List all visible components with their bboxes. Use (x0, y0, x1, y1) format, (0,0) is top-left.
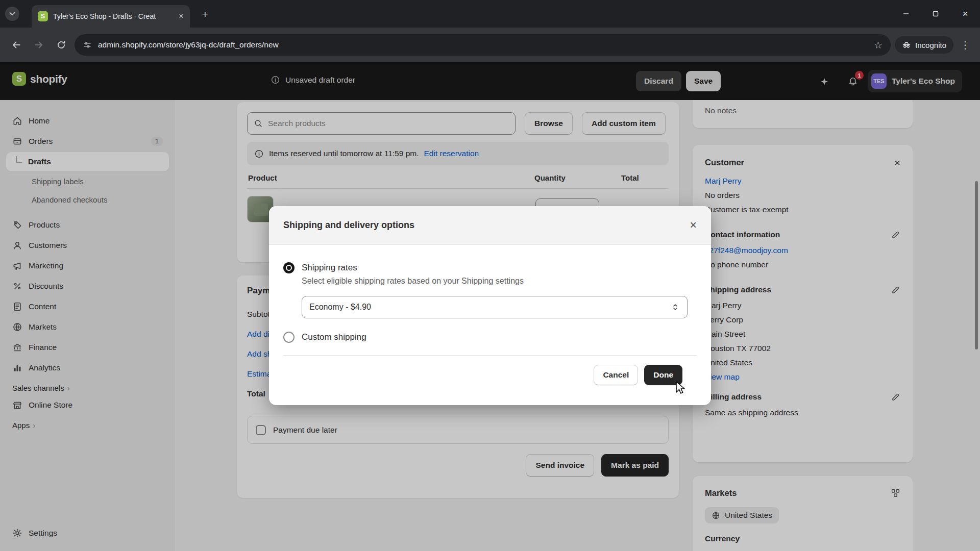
modal-title: Shipping and delivery options (283, 220, 414, 231)
screen: S Tyler's Eco Shop - Drafts · Creat × + … (0, 0, 980, 551)
forward-icon (34, 40, 44, 50)
shipping-rates-radio[interactable] (283, 262, 295, 273)
new-tab-button[interactable]: + (198, 7, 212, 21)
back-button[interactable] (7, 36, 26, 54)
forward-button[interactable] (30, 36, 48, 54)
browser-tabstrip: S Tyler's Eco Shop - Drafts · Creat × + … (0, 0, 980, 28)
tab-title: Tyler's Eco Shop - Drafts · Creat (53, 12, 174, 20)
cancel-button[interactable]: Cancel (594, 365, 638, 385)
reload-button[interactable] (52, 36, 70, 54)
browser-menu-button[interactable]: ⋮ (958, 39, 973, 51)
chevron-down-icon (7, 9, 17, 19)
url-text: admin.shopify.com/store/jy63jq-dc/draft_… (98, 40, 868, 49)
mouse-cursor (675, 381, 688, 396)
back-icon (11, 40, 21, 50)
shipping-rates-description: Select eligible shipping rates based on … (302, 277, 697, 286)
shipping-rate-value: Economy - $4.90 (309, 303, 371, 312)
incognito-icon (902, 40, 911, 49)
window-controls: × (891, 0, 980, 28)
shipping-rate-select[interactable]: Economy - $4.90 (302, 296, 688, 318)
tab-close-icon[interactable]: × (179, 11, 184, 21)
browser-tab[interactable]: S Tyler's Eco Shop - Drafts · Creat × (32, 5, 190, 28)
modal-close-icon[interactable]: × (690, 219, 697, 231)
omnibox[interactable]: admin.shopify.com/store/jy63jq-dc/draft_… (75, 34, 891, 56)
incognito-label: Incognito (915, 41, 946, 49)
site-settings-icon (83, 40, 92, 49)
shipping-options-modal: Shipping and delivery options × Shipping… (269, 206, 711, 405)
reload-icon (56, 40, 66, 50)
incognito-badge: Incognito (895, 36, 953, 54)
select-updown-icon (671, 303, 680, 312)
custom-shipping-label: Custom shipping (302, 332, 366, 342)
window-close-button[interactable]: × (950, 0, 980, 28)
browser-urlbar: admin.shopify.com/store/jy63jq-dc/draft_… (0, 28, 980, 62)
window-maximize-button[interactable] (921, 0, 950, 28)
bookmark-star-icon[interactable]: ☆ (874, 39, 883, 51)
shipping-rates-label: Shipping rates (302, 263, 357, 273)
minimize-icon (902, 10, 910, 17)
tab-search-button[interactable] (5, 7, 19, 21)
maximize-icon (932, 10, 939, 17)
custom-shipping-radio[interactable] (283, 332, 295, 343)
shopify-favicon: S (38, 11, 48, 21)
window-minimize-button[interactable] (891, 0, 921, 28)
